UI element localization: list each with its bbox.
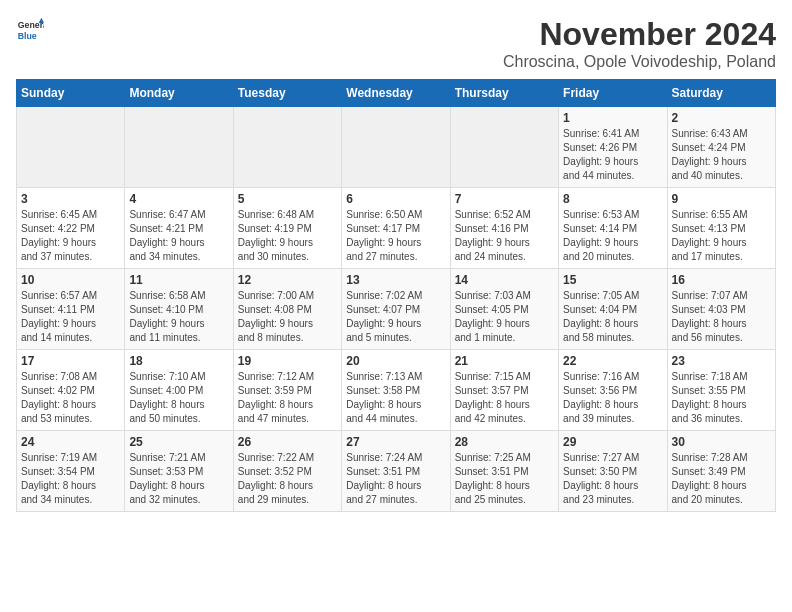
day-info: Sunrise: 6:50 AMSunset: 4:17 PMDaylight:… [346, 208, 445, 264]
calendar-cell: 18Sunrise: 7:10 AMSunset: 4:00 PMDayligh… [125, 350, 233, 431]
logo-icon: General Blue [16, 16, 44, 44]
weekday-header-row: SundayMondayTuesdayWednesdayThursdayFrid… [17, 80, 776, 107]
calendar-cell: 22Sunrise: 7:16 AMSunset: 3:56 PMDayligh… [559, 350, 667, 431]
day-info: Sunrise: 7:25 AMSunset: 3:51 PMDaylight:… [455, 451, 554, 507]
calendar-cell: 30Sunrise: 7:28 AMSunset: 3:49 PMDayligh… [667, 431, 775, 512]
day-info: Sunrise: 7:19 AMSunset: 3:54 PMDaylight:… [21, 451, 120, 507]
day-info: Sunrise: 7:02 AMSunset: 4:07 PMDaylight:… [346, 289, 445, 345]
day-number: 19 [238, 354, 337, 368]
day-number: 1 [563, 111, 662, 125]
title-area: November 2024 Chroscina, Opole Voivodesh… [503, 16, 776, 71]
calendar-cell [17, 107, 125, 188]
day-number: 11 [129, 273, 228, 287]
day-number: 6 [346, 192, 445, 206]
day-info: Sunrise: 7:00 AMSunset: 4:08 PMDaylight:… [238, 289, 337, 345]
calendar-cell: 13Sunrise: 7:02 AMSunset: 4:07 PMDayligh… [342, 269, 450, 350]
calendar-cell: 20Sunrise: 7:13 AMSunset: 3:58 PMDayligh… [342, 350, 450, 431]
header: General Blue November 2024 Chroscina, Op… [16, 16, 776, 71]
day-number: 30 [672, 435, 771, 449]
calendar-table: SundayMondayTuesdayWednesdayThursdayFrid… [16, 79, 776, 512]
calendar-cell: 16Sunrise: 7:07 AMSunset: 4:03 PMDayligh… [667, 269, 775, 350]
calendar-week-row: 1Sunrise: 6:41 AMSunset: 4:26 PMDaylight… [17, 107, 776, 188]
calendar-cell: 4Sunrise: 6:47 AMSunset: 4:21 PMDaylight… [125, 188, 233, 269]
svg-text:Blue: Blue [18, 31, 37, 41]
day-number: 29 [563, 435, 662, 449]
calendar-cell: 21Sunrise: 7:15 AMSunset: 3:57 PMDayligh… [450, 350, 558, 431]
day-info: Sunrise: 7:05 AMSunset: 4:04 PMDaylight:… [563, 289, 662, 345]
day-number: 26 [238, 435, 337, 449]
day-info: Sunrise: 6:53 AMSunset: 4:14 PMDaylight:… [563, 208, 662, 264]
calendar-cell: 2Sunrise: 6:43 AMSunset: 4:24 PMDaylight… [667, 107, 775, 188]
day-info: Sunrise: 7:27 AMSunset: 3:50 PMDaylight:… [563, 451, 662, 507]
day-number: 27 [346, 435, 445, 449]
day-info: Sunrise: 7:16 AMSunset: 3:56 PMDaylight:… [563, 370, 662, 426]
calendar-week-row: 3Sunrise: 6:45 AMSunset: 4:22 PMDaylight… [17, 188, 776, 269]
day-number: 28 [455, 435, 554, 449]
calendar-cell: 1Sunrise: 6:41 AMSunset: 4:26 PMDaylight… [559, 107, 667, 188]
day-number: 24 [21, 435, 120, 449]
day-number: 13 [346, 273, 445, 287]
day-number: 2 [672, 111, 771, 125]
logo: General Blue [16, 16, 44, 44]
calendar-week-row: 17Sunrise: 7:08 AMSunset: 4:02 PMDayligh… [17, 350, 776, 431]
day-info: Sunrise: 7:03 AMSunset: 4:05 PMDaylight:… [455, 289, 554, 345]
calendar-cell: 5Sunrise: 6:48 AMSunset: 4:19 PMDaylight… [233, 188, 341, 269]
day-number: 21 [455, 354, 554, 368]
day-info: Sunrise: 6:48 AMSunset: 4:19 PMDaylight:… [238, 208, 337, 264]
calendar-cell [125, 107, 233, 188]
calendar-cell [233, 107, 341, 188]
calendar-cell: 26Sunrise: 7:22 AMSunset: 3:52 PMDayligh… [233, 431, 341, 512]
day-info: Sunrise: 7:24 AMSunset: 3:51 PMDaylight:… [346, 451, 445, 507]
day-number: 8 [563, 192, 662, 206]
day-number: 9 [672, 192, 771, 206]
calendar-cell [450, 107, 558, 188]
day-number: 15 [563, 273, 662, 287]
day-info: Sunrise: 6:55 AMSunset: 4:13 PMDaylight:… [672, 208, 771, 264]
day-info: Sunrise: 6:52 AMSunset: 4:16 PMDaylight:… [455, 208, 554, 264]
weekday-header-sunday: Sunday [17, 80, 125, 107]
day-info: Sunrise: 7:15 AMSunset: 3:57 PMDaylight:… [455, 370, 554, 426]
day-info: Sunrise: 6:43 AMSunset: 4:24 PMDaylight:… [672, 127, 771, 183]
calendar-cell: 15Sunrise: 7:05 AMSunset: 4:04 PMDayligh… [559, 269, 667, 350]
day-number: 18 [129, 354, 228, 368]
day-info: Sunrise: 7:13 AMSunset: 3:58 PMDaylight:… [346, 370, 445, 426]
day-number: 17 [21, 354, 120, 368]
day-number: 22 [563, 354, 662, 368]
calendar-cell: 28Sunrise: 7:25 AMSunset: 3:51 PMDayligh… [450, 431, 558, 512]
day-number: 20 [346, 354, 445, 368]
weekday-header-thursday: Thursday [450, 80, 558, 107]
day-number: 16 [672, 273, 771, 287]
calendar-cell: 14Sunrise: 7:03 AMSunset: 4:05 PMDayligh… [450, 269, 558, 350]
weekday-header-tuesday: Tuesday [233, 80, 341, 107]
calendar-cell: 29Sunrise: 7:27 AMSunset: 3:50 PMDayligh… [559, 431, 667, 512]
calendar-cell: 17Sunrise: 7:08 AMSunset: 4:02 PMDayligh… [17, 350, 125, 431]
day-number: 5 [238, 192, 337, 206]
day-info: Sunrise: 6:57 AMSunset: 4:11 PMDaylight:… [21, 289, 120, 345]
weekday-header-friday: Friday [559, 80, 667, 107]
calendar-cell: 24Sunrise: 7:19 AMSunset: 3:54 PMDayligh… [17, 431, 125, 512]
weekday-header-saturday: Saturday [667, 80, 775, 107]
day-info: Sunrise: 7:10 AMSunset: 4:00 PMDaylight:… [129, 370, 228, 426]
day-number: 3 [21, 192, 120, 206]
day-info: Sunrise: 7:12 AMSunset: 3:59 PMDaylight:… [238, 370, 337, 426]
calendar-cell: 25Sunrise: 7:21 AMSunset: 3:53 PMDayligh… [125, 431, 233, 512]
weekday-header-wednesday: Wednesday [342, 80, 450, 107]
day-number: 23 [672, 354, 771, 368]
calendar-cell: 27Sunrise: 7:24 AMSunset: 3:51 PMDayligh… [342, 431, 450, 512]
day-info: Sunrise: 6:58 AMSunset: 4:10 PMDaylight:… [129, 289, 228, 345]
calendar-cell: 3Sunrise: 6:45 AMSunset: 4:22 PMDaylight… [17, 188, 125, 269]
calendar-cell: 23Sunrise: 7:18 AMSunset: 3:55 PMDayligh… [667, 350, 775, 431]
calendar-cell: 6Sunrise: 6:50 AMSunset: 4:17 PMDaylight… [342, 188, 450, 269]
calendar-cell: 10Sunrise: 6:57 AMSunset: 4:11 PMDayligh… [17, 269, 125, 350]
weekday-header-monday: Monday [125, 80, 233, 107]
day-info: Sunrise: 6:41 AMSunset: 4:26 PMDaylight:… [563, 127, 662, 183]
subtitle: Chroscina, Opole Voivodeship, Poland [503, 53, 776, 71]
day-info: Sunrise: 7:07 AMSunset: 4:03 PMDaylight:… [672, 289, 771, 345]
day-info: Sunrise: 7:08 AMSunset: 4:02 PMDaylight:… [21, 370, 120, 426]
calendar-week-row: 24Sunrise: 7:19 AMSunset: 3:54 PMDayligh… [17, 431, 776, 512]
calendar-week-row: 10Sunrise: 6:57 AMSunset: 4:11 PMDayligh… [17, 269, 776, 350]
calendar-cell: 9Sunrise: 6:55 AMSunset: 4:13 PMDaylight… [667, 188, 775, 269]
day-number: 25 [129, 435, 228, 449]
day-info: Sunrise: 6:47 AMSunset: 4:21 PMDaylight:… [129, 208, 228, 264]
day-info: Sunrise: 7:28 AMSunset: 3:49 PMDaylight:… [672, 451, 771, 507]
